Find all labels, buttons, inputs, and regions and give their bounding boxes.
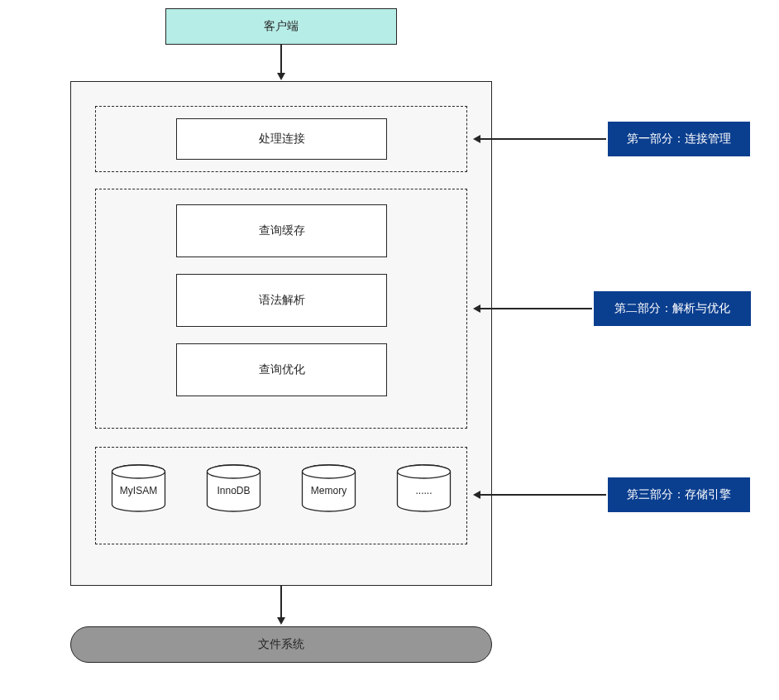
client-box: 客户端: [165, 8, 397, 45]
engine-label: Memory: [311, 485, 346, 496]
box-query-cache: 查询缓存: [176, 204, 387, 257]
box-conn-label: 处理连接: [259, 132, 305, 146]
box-cache-label: 查询缓存: [259, 223, 305, 238]
file-system-label: 文件系统: [258, 637, 304, 652]
box-handle-connection: 处理连接: [176, 118, 387, 160]
annotation-2: 第二部分：解析与优化: [594, 291, 751, 326]
svg-point-3: [208, 465, 260, 478]
box-syntax-parse: 语法解析: [176, 274, 387, 327]
engine-memory: Memory: [298, 463, 360, 513]
architecture-diagram: 客户端 处理连接 查询缓存 语法解析 查询优化 MyISAM: [0, 0, 779, 700]
engine-label: ......: [415, 485, 432, 496]
svg-point-5: [303, 465, 356, 478]
box-query-optimize: 查询优化: [176, 343, 387, 396]
annotation-3-label: 第三部分：存储引擎: [627, 487, 731, 502]
annotation-1-label: 第一部分：连接管理: [627, 132, 731, 146]
box-parse-label: 语法解析: [259, 293, 305, 308]
annotation-3: 第三部分：存储引擎: [608, 477, 750, 512]
annotation-2-label: 第二部分：解析与优化: [614, 301, 730, 316]
storage-engines-row: MyISAM InnoDB Memory ......: [108, 463, 455, 513]
engine-label: InnoDB: [217, 485, 250, 496]
engine-label: MyISAM: [120, 485, 157, 496]
svg-point-1: [112, 465, 165, 478]
svg-point-7: [398, 465, 451, 478]
engine-myisam: MyISAM: [108, 463, 170, 513]
engine-innodb: InnoDB: [203, 463, 265, 513]
client-label: 客户端: [264, 19, 299, 34]
file-system-box: 文件系统: [70, 626, 492, 663]
box-opt-label: 查询优化: [259, 362, 305, 377]
annotation-1: 第一部分：连接管理: [608, 122, 750, 156]
engine-more: ......: [393, 463, 455, 513]
